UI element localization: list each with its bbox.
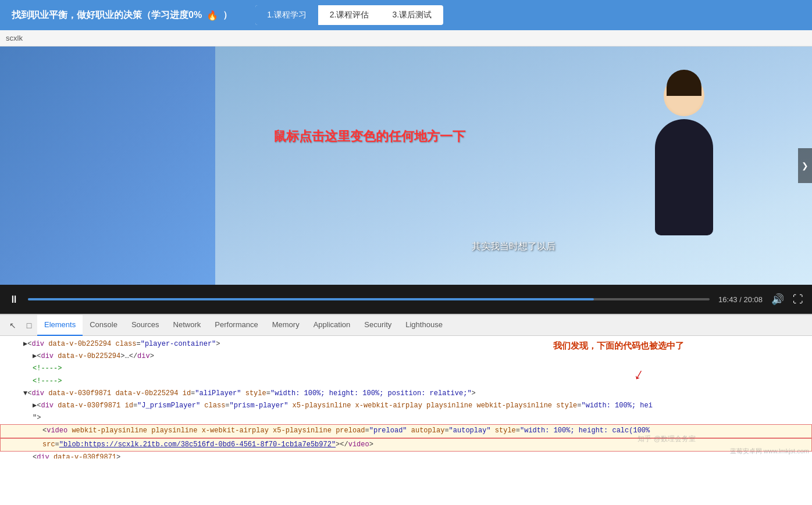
code-line-6[interactable]: ▶<div data-v-030f9871 id="J_prismPlayer"… xyxy=(0,400,812,412)
code-line-5[interactable]: ▼<div data-v-030f9871 data-v-0b225294 id… xyxy=(0,388,812,400)
code-line-3[interactable]: <!----> xyxy=(0,363,812,375)
video-controls: ⏸ 16:43 / 20:08 🔊 ⛶ xyxy=(0,285,812,314)
header-title: 找到职业平衡，做好职业的决策（学习进度0% 🔥 ） xyxy=(12,9,232,22)
devtools-tab-application[interactable]: Application xyxy=(307,315,358,336)
code-line-2[interactable]: ▶<div data-v-0b225294>…</div> xyxy=(0,350,812,363)
devtools-tab-network[interactable]: Network xyxy=(166,315,208,336)
presenter-body xyxy=(655,119,713,235)
fullscreen-button[interactable]: ⛶ xyxy=(793,293,803,306)
devtools-code-panel[interactable]: ▶<div data-v-0b225294 class="player-cont… xyxy=(0,336,812,459)
video-left-panel xyxy=(0,46,215,285)
devtools-tab-security[interactable]: Security xyxy=(357,315,398,336)
presenter-figure xyxy=(626,76,742,262)
presenter-hair xyxy=(667,70,701,96)
tab-course-study[interactable]: 1.课程学习 xyxy=(255,5,318,25)
video-annotation-text: 鼠标点击这里变色的任何地方一下 xyxy=(273,128,465,145)
devtools-tab-elements[interactable]: Elements xyxy=(37,315,83,336)
breadcrumb-text: scxlk xyxy=(6,34,23,42)
video-progress-bar[interactable] xyxy=(28,298,710,300)
code-line-9-selected[interactable]: src="blob:https://scxlk.21tb.com/38c516f… xyxy=(0,438,812,452)
code-line-8-selected[interactable]: <video webkit-playsinline playsinline x-… xyxy=(0,424,812,438)
devtools-tab-lighthouse[interactable]: Lighthouse xyxy=(398,315,450,336)
breadcrumb: scxlk xyxy=(0,30,812,46)
devtools-tab-memory[interactable]: Memory xyxy=(265,315,307,336)
video-container[interactable]: 鼠标点击这里变色的任何地方一下 其实我当时想了以后 ❯ xyxy=(0,46,812,285)
video-main-panel[interactable]: 鼠标点击这里变色的任何地方一下 其实我当时想了以后 xyxy=(215,46,812,285)
header-close-paren: ） xyxy=(223,9,232,22)
code-line-4[interactable]: <!----> xyxy=(0,375,812,388)
presenter-head xyxy=(664,76,704,116)
devtools-tab-performance[interactable]: Performance xyxy=(208,315,265,336)
video-subtitle: 其实我当时想了以后 xyxy=(472,241,555,253)
play-pause-button[interactable]: ⏸ xyxy=(9,293,19,306)
code-line-10[interactable]: <div data-v-030f9871> xyxy=(0,452,812,459)
header-title-text: 找到职业平衡，做好职业的决策（学习进度0% xyxy=(12,9,202,22)
tab-course-test[interactable]: 3.课后测试 xyxy=(381,5,444,25)
header-bar: 找到职业平衡，做好职业的决策（学习进度0% 🔥 ） 1.课程学习 2.课程评估 … xyxy=(0,0,812,30)
code-line-1[interactable]: ▶<div data-v-0b225294 class="player-cont… xyxy=(0,338,812,350)
devtools-cursor-icon[interactable]: ↖ xyxy=(5,317,21,334)
video-time-display: 16:43 / 20:08 xyxy=(718,295,763,304)
devtools-panel: ↖ □ Elements Console Sources Network Per… xyxy=(0,314,812,459)
code-line-7[interactable]: "> xyxy=(0,412,812,424)
header-tabs: 1.课程学习 2.课程评估 3.课后测试 xyxy=(255,5,443,25)
volume-button[interactable]: 🔊 xyxy=(771,293,784,306)
devtools-tab-sources[interactable]: Sources xyxy=(124,315,166,336)
video-progress-fill xyxy=(28,298,594,300)
devtools-inspect-icon[interactable]: □ xyxy=(21,317,37,334)
video-right-arrow[interactable]: ❯ xyxy=(798,148,812,183)
devtools-tabs-bar: ↖ □ Elements Console Sources Network Per… xyxy=(0,315,812,336)
devtools-content-wrapper: ▶<div data-v-0b225294 class="player-cont… xyxy=(0,336,812,459)
devtools-tab-console[interactable]: Console xyxy=(83,315,124,336)
fire-icon: 🔥 xyxy=(206,10,218,21)
tab-course-eval[interactable]: 2.课程评估 xyxy=(318,5,381,25)
